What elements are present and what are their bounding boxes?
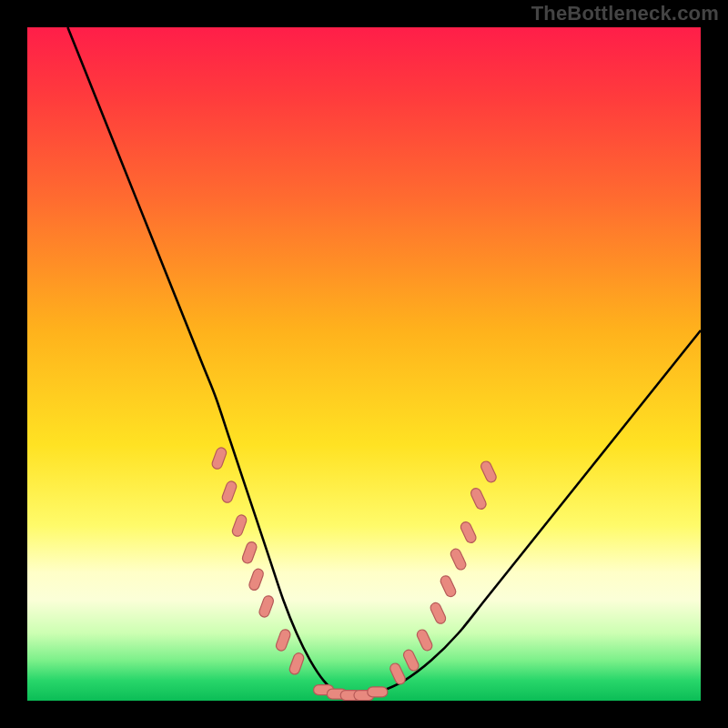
curve-marker	[211, 446, 228, 470]
curve-marker	[258, 594, 275, 618]
watermark-text: TheBottleneck.com	[531, 2, 719, 25]
chart-svg	[27, 27, 701, 701]
curve-marker	[275, 628, 292, 652]
curve-marker	[450, 547, 468, 571]
curve-marker	[470, 487, 488, 511]
curve-marker	[368, 687, 388, 697]
curve-marker	[248, 568, 265, 592]
curve-markers	[211, 446, 498, 700]
curve-marker	[389, 662, 407, 685]
curve-marker	[288, 652, 306, 675]
curve-marker	[460, 521, 478, 544]
curve-marker	[241, 541, 258, 564]
chart-frame: TheBottleneck.com	[0, 0, 728, 728]
curve-marker	[429, 602, 447, 625]
curve-marker	[221, 480, 238, 503]
bottleneck-curve	[67, 27, 701, 695]
curve-marker	[439, 574, 457, 598]
curve-marker	[231, 513, 248, 537]
curve-marker	[416, 628, 434, 652]
plot-area	[27, 27, 701, 701]
curve-marker	[480, 460, 498, 483]
curve-marker	[402, 648, 420, 672]
